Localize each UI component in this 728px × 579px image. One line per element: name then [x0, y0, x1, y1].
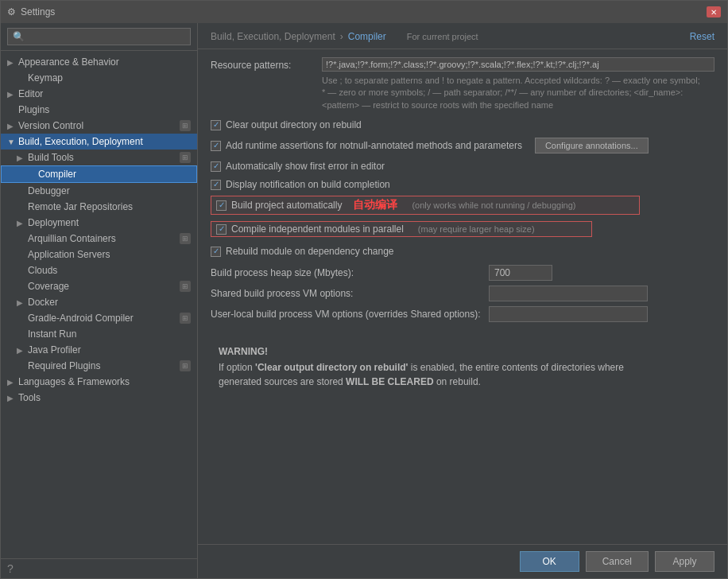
bottom-bar: OK Cancel Apply: [198, 544, 727, 578]
sidebar-item-label: Deployment: [28, 217, 79, 228]
checkbox-runtime-assertions: Add runtime assertions for notnull-annot…: [211, 136, 714, 155]
resource-patterns-hint: Use ; to separate patterns and ! to nega…: [322, 75, 714, 111]
checkbox-display-notification: Display notification on build completion: [211, 177, 714, 192]
sidebar-bottom: ?: [1, 558, 197, 578]
checkbox-runtime-assertions-label: Add runtime assertions for notnull-annot…: [226, 140, 522, 151]
sidebar-item-java-profiler[interactable]: ▶ Java Profiler: [1, 342, 197, 358]
sidebar-item-label: Required Plugins: [28, 360, 100, 371]
window-icon: ⚙: [7, 6, 16, 17]
content-area: ▶ Appearance & Behavior Keymap ▶ Editor …: [1, 23, 727, 578]
warning-title: WARNING!: [219, 346, 707, 357]
required-plugins-badge: [180, 360, 191, 371]
sidebar-item-arquillian[interactable]: Arquillian Containers: [1, 231, 197, 247]
configure-annotations-button[interactable]: Configure annotations...: [535, 138, 649, 153]
sidebar-item-clouds[interactable]: Clouds: [1, 262, 197, 278]
sidebar: ▶ Appearance & Behavior Keymap ▶ Editor …: [1, 23, 198, 578]
sidebar-item-keymap[interactable]: Keymap: [1, 70, 197, 86]
user-local-vm-input[interactable]: [489, 306, 648, 322]
sidebar-item-label: Version Control: [18, 120, 83, 131]
sidebar-item-required-plugins[interactable]: Required Plugins: [1, 358, 197, 374]
sidebar-item-label: Debugger: [28, 185, 70, 196]
resource-patterns-row: Resource patterns:: [211, 57, 714, 72]
heap-size-label: Build process heap size (Mbytes):: [211, 267, 489, 278]
arrow-icon: ▶: [17, 298, 25, 307]
sidebar-item-label: Arquillian Containers: [28, 233, 116, 244]
build-tools-badge: [180, 152, 191, 163]
window-title: Settings: [21, 6, 55, 17]
sidebar-item-instant-run[interactable]: Instant Run: [1, 326, 197, 342]
sidebar-item-label: Languages & Frameworks: [18, 376, 130, 387]
shared-vm-input[interactable]: [489, 286, 648, 301]
arrow-icon: ▶: [7, 394, 15, 402]
sidebar-item-deployment[interactable]: ▶ Deployment: [1, 215, 197, 231]
sidebar-item-plugins[interactable]: Plugins: [1, 102, 197, 118]
sidebar-item-tools[interactable]: ▶ Tools: [1, 390, 197, 406]
sidebar-item-label: Keymap: [28, 72, 63, 84]
sidebar-item-coverage[interactable]: Coverage: [1, 278, 197, 294]
checkbox-clear-output: Clear output directory on rebuild: [211, 118, 714, 132]
title-bar: ⚙ Settings ✕: [1, 1, 727, 23]
sidebar-item-compiler[interactable]: Compiler: [1, 165, 197, 183]
arrow-icon: ▶: [7, 122, 15, 130]
arrow-icon: ▶: [7, 90, 15, 99]
cancel-button[interactable]: Cancel: [586, 551, 649, 572]
sidebar-item-label: Tools: [18, 392, 41, 403]
arrow-icon: ▶: [17, 153, 25, 162]
checkbox-runtime-assertions-input[interactable]: [211, 141, 221, 151]
resource-patterns-input[interactable]: [322, 57, 714, 72]
checkbox-rebuild-dependency: Rebuild module on dependency change: [211, 244, 714, 258]
user-local-vm-label: User-local build process VM options (ove…: [211, 309, 489, 320]
sidebar-item-debugger[interactable]: Debugger: [1, 183, 197, 199]
checkbox-compile-parallel-input[interactable]: [216, 224, 227, 235]
sidebar-item-label: Build, Execution, Deployment: [18, 136, 143, 147]
apply-button[interactable]: Apply: [655, 551, 714, 572]
breadcrumb-current: Compiler: [348, 31, 386, 42]
checkbox-display-notification-label: Display notification on build completion: [226, 179, 390, 190]
sidebar-item-label: Clouds: [28, 265, 57, 276]
settings-window: ⚙ Settings ✕ ▶ Appearance & Behavior Ke: [0, 0, 728, 579]
checkbox-compile-parallel: Compile independent modules in parallel …: [211, 221, 592, 237]
checkbox-build-auto-input[interactable]: [216, 200, 227, 211]
sidebar-item-languages[interactable]: ▶ Languages & Frameworks: [1, 374, 197, 390]
checkbox-rebuild-dependency-label: Rebuild module on dependency change: [226, 246, 394, 257]
arrow-icon: ▶: [17, 219, 25, 227]
sidebar-item-label: Remote Jar Repositories: [28, 201, 133, 212]
nav-tree: ▶ Appearance & Behavior Keymap ▶ Editor …: [1, 51, 197, 558]
resource-patterns-label: Resource patterns:: [211, 57, 322, 71]
checkbox-show-first-error-input[interactable]: [211, 161, 221, 172]
warning-text: If option 'Clear output directory on reb…: [219, 360, 707, 389]
breadcrumb: Build, Execution, Deployment › Compiler …: [211, 31, 478, 42]
sidebar-item-label: Build Tools: [28, 152, 74, 163]
shared-vm-row: Shared build process VM options:: [211, 286, 714, 301]
search-input[interactable]: [7, 28, 191, 45]
sidebar-item-version-control[interactable]: ▶ Version Control: [1, 118, 197, 134]
help-icon[interactable]: ?: [7, 562, 14, 575]
heap-size-row: Build process heap size (Mbytes):: [211, 265, 714, 281]
gradle-badge: [180, 313, 191, 324]
sidebar-item-appearance[interactable]: ▶ Appearance & Behavior: [1, 54, 197, 70]
ok-button[interactable]: OK: [520, 551, 579, 572]
sidebar-item-label: Editor: [18, 88, 43, 99]
version-control-badge: [180, 120, 191, 131]
compile-parallel-sidenote: (may require larger heap size): [418, 224, 535, 234]
reset-link[interactable]: Reset: [690, 31, 714, 42]
sidebar-item-docker[interactable]: ▶ Docker: [1, 294, 197, 310]
close-button[interactable]: ✕: [707, 6, 721, 17]
sidebar-item-gradle-android[interactable]: Gradle-Android Compiler: [1, 310, 197, 326]
arrow-icon: ▶: [17, 346, 25, 355]
heap-size-input[interactable]: [489, 265, 552, 281]
search-box[interactable]: [1, 23, 197, 51]
checkbox-display-notification-input[interactable]: [211, 180, 221, 190]
sidebar-item-app-servers[interactable]: Application Servers: [1, 247, 197, 262]
title-bar-left: ⚙ Settings: [7, 6, 55, 17]
checkbox-clear-output-input[interactable]: [211, 120, 221, 130]
checkbox-rebuild-dependency-input[interactable]: [211, 247, 221, 257]
sidebar-item-editor[interactable]: ▶ Editor: [1, 86, 197, 102]
sidebar-item-remote-jar[interactable]: Remote Jar Repositories: [1, 199, 197, 215]
arrow-icon: ▼: [7, 138, 15, 146]
sidebar-item-label: Docker: [28, 297, 58, 308]
panel-header: Build, Execution, Deployment › Compiler …: [198, 23, 727, 49]
breadcrumb-prefix: Build, Execution, Deployment: [211, 31, 335, 42]
sidebar-item-build-exec[interactable]: ▼ Build, Execution, Deployment: [1, 134, 197, 150]
sidebar-item-build-tools[interactable]: ▶ Build Tools: [1, 150, 197, 165]
